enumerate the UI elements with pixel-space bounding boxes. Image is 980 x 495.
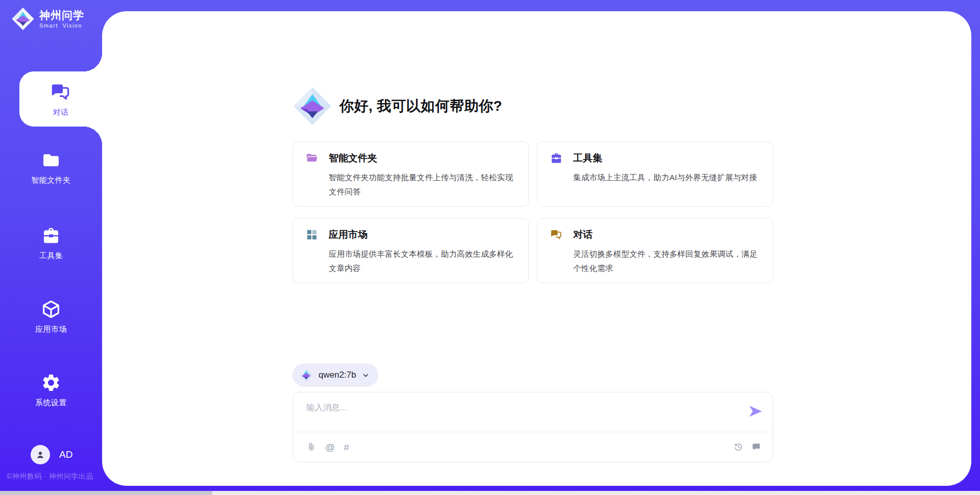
brand: 神州问学 Smart Vision xyxy=(11,6,84,32)
toolbox-icon xyxy=(550,152,563,165)
sidebar-item-toolset[interactable]: 工具集 xyxy=(0,226,102,261)
card-title: 智能文件夹 xyxy=(329,152,377,165)
sidebar-item-app-market[interactable]: 应用市场 xyxy=(0,299,102,334)
main-content: 你好, 我可以如何帮助你? 智能文件夹 智能文件夹功能支持批量文件上传与清洗，轻… xyxy=(292,11,773,462)
card-title: 工具集 xyxy=(573,152,602,165)
card-app-market[interactable]: 应用市场 应用市场提供丰富长文本模板，助力高效生成多样化文章内容 xyxy=(292,218,529,283)
model-name: qwen2:7b xyxy=(318,370,356,380)
sidebar: 神州问学 Smart Vision 对话 智能文件夹 工具集 应用市 xyxy=(0,0,102,495)
cube-icon xyxy=(41,299,61,319)
new-chat-button[interactable] xyxy=(751,442,762,452)
card-description: 集成市场上主流工具，助力AI与外界无缝扩展与对接 xyxy=(573,170,761,185)
card-description: 灵活切换多模型文件，支持多样回复效果调试，满足个性化需求 xyxy=(573,247,761,276)
history-icon xyxy=(733,442,744,452)
sidebar-item-label: 对话 xyxy=(53,108,69,117)
chat-icon xyxy=(50,81,72,104)
chat-bubble-icon xyxy=(751,442,762,452)
folder-open-icon xyxy=(305,152,318,165)
send-icon[interactable] xyxy=(747,403,764,419)
mention-button[interactable]: @ xyxy=(325,442,335,452)
horizontal-scrollbar xyxy=(0,491,980,495)
card-title: 应用市场 xyxy=(329,228,368,241)
card-toolset[interactable]: 工具集 集成市场上主流工具，助力AI与外界无缝扩展与对接 xyxy=(537,141,773,207)
person-icon xyxy=(35,449,46,460)
brand-subtitle: Smart Vision xyxy=(39,22,84,29)
hash-icon: # xyxy=(344,442,349,452)
attach-file-button[interactable] xyxy=(306,442,316,452)
model-selector[interactable]: qwen2:7b xyxy=(292,363,378,387)
sidebar-item-label: 系统设置 xyxy=(35,398,67,408)
active-tab-notch-top xyxy=(84,53,102,71)
active-tab-notch-bottom xyxy=(84,127,102,145)
brand-logo-icon xyxy=(11,6,35,32)
scrollbar-thumb[interactable] xyxy=(0,491,212,495)
chevron-down-icon xyxy=(361,371,370,380)
topic-button[interactable]: # xyxy=(344,442,349,452)
card-title: 对话 xyxy=(573,228,593,241)
gear-icon xyxy=(41,373,61,393)
user-profile[interactable]: AD xyxy=(31,445,72,464)
card-description: 智能文件夹功能支持批量文件上传与清洗，轻松实现文件问答 xyxy=(329,170,516,199)
at-icon: @ xyxy=(325,442,335,452)
greeting-text: 你好, 我可以如何帮助你? xyxy=(339,96,502,116)
sidebar-item-label: 工具集 xyxy=(39,251,63,261)
composer-toolbar: @ # xyxy=(293,432,773,462)
chat-icon xyxy=(550,228,563,241)
paperclip-icon xyxy=(306,442,316,452)
folder-icon xyxy=(41,150,61,170)
card-chat[interactable]: 对话 灵活切换多模型文件，支持多样回复效果调试，满足个性化需求 xyxy=(537,218,773,283)
sidebar-item-label: 应用市场 xyxy=(35,325,67,334)
copyright: ©神州数码 · 神州问学出品 xyxy=(7,472,93,481)
history-button[interactable] xyxy=(733,442,744,452)
grid-icon xyxy=(305,228,318,241)
sidebar-item-label: 智能文件夹 xyxy=(31,176,71,185)
model-logo-icon xyxy=(299,367,313,383)
message-input[interactable] xyxy=(293,392,773,431)
user-name: AD xyxy=(59,449,72,460)
toolbox-icon xyxy=(41,226,61,246)
brand-name: 神州问学 xyxy=(39,9,84,21)
assistant-logo-icon xyxy=(292,83,332,129)
sidebar-item-settings[interactable]: 系统设置 xyxy=(0,373,102,408)
sidebar-item-smart-folder[interactable]: 智能文件夹 xyxy=(0,150,102,185)
feature-cards: 智能文件夹 智能文件夹功能支持批量文件上传与清洗，轻松实现文件问答 工具集 集成… xyxy=(292,141,773,283)
greeting: 你好, 我可以如何帮助你? xyxy=(292,83,773,129)
avatar xyxy=(31,445,50,464)
message-composer: @ # xyxy=(292,392,773,462)
card-description: 应用市场提供丰富长文本模板，助力高效生成多样化文章内容 xyxy=(329,247,516,276)
card-smart-folder[interactable]: 智能文件夹 智能文件夹功能支持批量文件上传与清洗，轻松实现文件问答 xyxy=(292,141,529,207)
sidebar-item-chat[interactable]: 对话 xyxy=(19,71,102,127)
